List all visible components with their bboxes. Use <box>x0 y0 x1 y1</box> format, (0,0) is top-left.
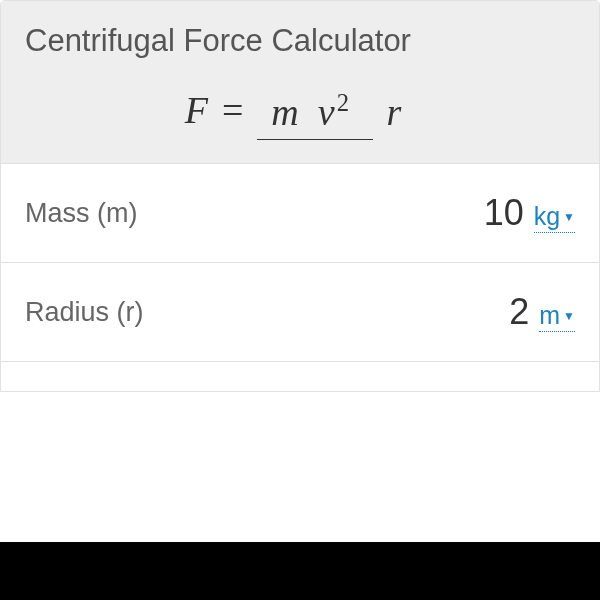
radius-input[interactable] <box>429 291 529 333</box>
formula-numerator: m v2 <box>257 89 372 140</box>
formula-denominator: r <box>373 85 416 135</box>
mass-unit-selector[interactable]: kg ▼ <box>534 202 575 233</box>
radius-label: Radius (r) <box>25 297 144 328</box>
chevron-down-icon: ▼ <box>563 210 575 224</box>
mass-input[interactable] <box>424 192 524 234</box>
input-row-mass: Mass (m) kg ▼ <box>1 163 599 262</box>
input-row-radius: Radius (r) m ▼ <box>1 262 599 361</box>
formula-exp: 2 <box>337 89 349 116</box>
mass-value-group: kg ▼ <box>424 192 575 234</box>
empty-row <box>1 361 599 391</box>
bottom-bar <box>0 542 600 600</box>
radius-unit-text: m <box>539 301 560 330</box>
card-header: Centrifugal Force Calculator F = m v2 r <box>1 1 599 163</box>
chevron-down-icon: ▼ <box>563 309 575 323</box>
formula-display: F = m v2 r <box>25 89 575 133</box>
mass-unit-text: kg <box>534 202 560 231</box>
formula-equals: = <box>222 90 243 132</box>
page-title: Centrifugal Force Calculator <box>25 23 575 59</box>
formula-v: v <box>318 91 335 133</box>
formula-lhs: F <box>185 90 208 132</box>
formula-fraction: m v2 r <box>257 89 415 133</box>
radius-unit-selector[interactable]: m ▼ <box>539 301 575 332</box>
radius-value-group: m ▼ <box>429 291 575 333</box>
mass-label: Mass (m) <box>25 198 137 229</box>
calculator-card: Centrifugal Force Calculator F = m v2 r … <box>0 0 600 392</box>
formula-m: m <box>271 91 298 133</box>
